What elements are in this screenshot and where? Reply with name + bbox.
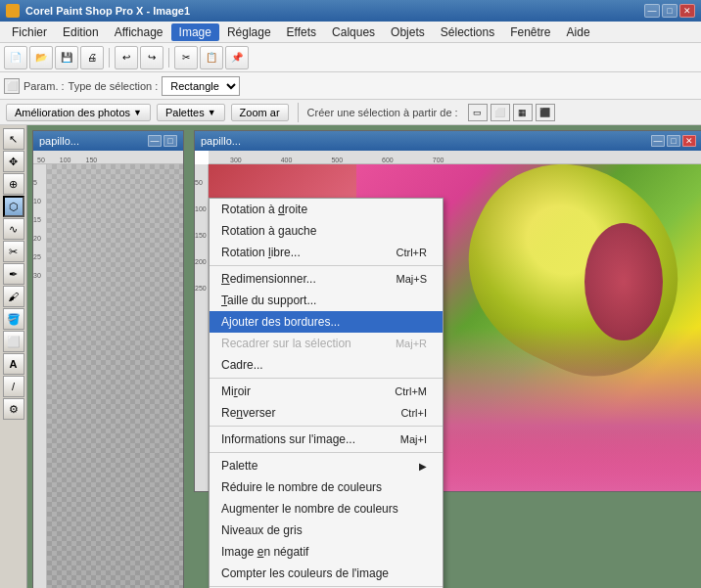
- tool-fill[interactable]: 🪣: [3, 308, 24, 330]
- photo-toolbar: Amélioration des photos ▼ Palettes ▼ Zoo…: [0, 100, 701, 125]
- tool-text[interactable]: A: [3, 353, 24, 375]
- inner-window-title: papillo... — □: [33, 131, 183, 151]
- butterfly-ruler-h: 300 400 500 600 700: [209, 151, 701, 164]
- maximize-button[interactable]: □: [662, 4, 678, 18]
- menu-affichage[interactable]: Affichage: [107, 23, 171, 41]
- tool-deform[interactable]: ✥: [3, 151, 24, 172]
- photo-sep: [298, 103, 299, 122]
- menu-effets[interactable]: Effets: [279, 23, 324, 41]
- image-dropdown-menu: Rotation à droite Rotation à gauche Rota…: [209, 198, 444, 588]
- cut-button[interactable]: ✂: [174, 46, 198, 69]
- menu-edition[interactable]: Edition: [55, 23, 107, 41]
- toolbar-separator-2: [168, 48, 169, 68]
- redimensionner-shortcut: Maj+S: [397, 273, 428, 285]
- menu-fichier[interactable]: Fichier: [4, 23, 55, 41]
- inner-minimize[interactable]: —: [148, 135, 162, 147]
- undo-button[interactable]: ↩: [115, 46, 138, 69]
- selection-type-combo[interactable]: Rectangle Ellipse Contour: [162, 76, 240, 96]
- menu-aide[interactable]: Aide: [559, 23, 598, 41]
- flower-center: [584, 223, 663, 340]
- recadrer-shortcut: Maj+R: [396, 338, 427, 349]
- tool-lasso[interactable]: ∿: [3, 218, 24, 240]
- menu-palette[interactable]: Palette ▶: [210, 455, 443, 476]
- tool-preset[interactable]: ⚙: [3, 398, 24, 420]
- menu-taille-support[interactable]: Taille du support...: [210, 290, 443, 311]
- palettes-label: Palettes: [165, 107, 205, 118]
- informations-shortcut: Maj+I: [400, 433, 427, 445]
- butterfly-close[interactable]: ✕: [682, 135, 696, 147]
- menu-negatif[interactable]: Image en négatif: [210, 541, 443, 563]
- amelioration-button[interactable]: Amélioration des photos ▼: [6, 104, 151, 121]
- open-button[interactable]: 📂: [29, 46, 53, 69]
- save-button[interactable]: 💾: [55, 46, 78, 69]
- menu-rotation-libre[interactable]: Rotation libre... Ctrl+R: [210, 242, 443, 263]
- title-bar: Corel Paint Shop Pro X - Image1 — □ ✕: [0, 0, 701, 22]
- sel-icon-3[interactable]: ▦: [513, 104, 533, 121]
- sel-icon-4[interactable]: ⬛: [536, 104, 555, 121]
- redo-button[interactable]: ↪: [140, 46, 164, 69]
- tool-pen[interactable]: ✒: [3, 263, 24, 285]
- left-toolbar: ↖ ✥ ⊕ ⬡ ∿ ✂ ✒ 🖌 🪣 ⬜ A / ⚙: [0, 125, 27, 588]
- canvas-area: papillo... — □ 50 100 150 5 10 15 20 25: [27, 125, 701, 588]
- menu-rotation-gauche[interactable]: Rotation à gauche: [210, 220, 443, 242]
- taille-support-label: Taille du support...: [221, 294, 316, 307]
- menu-objets[interactable]: Objets: [383, 23, 433, 41]
- main-toolbar: 📄 📂 💾 🖨 ↩ ↪ ✂ 📋 📌: [0, 43, 701, 72]
- palettes-chevron: ▼: [208, 108, 216, 117]
- selection-icon: ⬜: [4, 78, 20, 94]
- creer-selection-label: Créer une sélection à partir de :: [307, 107, 458, 118]
- close-button[interactable]: ✕: [679, 4, 695, 18]
- menu-niveaux-gris[interactable]: Niveaux de gris: [210, 520, 443, 541]
- menu-miroir[interactable]: Miroir Ctrl+M: [210, 381, 443, 402]
- new-button[interactable]: 📄: [4, 46, 27, 69]
- sep-2: [210, 378, 443, 379]
- recadrer-label: Recadrer sur la sélection: [221, 337, 351, 350]
- tool-eraser[interactable]: ⬜: [3, 331, 24, 352]
- sep-3: [210, 426, 443, 427]
- menu-recadrer: Recadrer sur la sélection Maj+R: [210, 333, 443, 354]
- menu-ajouter-bordures[interactable]: Ajouter des bordures...: [210, 311, 443, 333]
- menu-reglage[interactable]: Réglage: [219, 23, 279, 41]
- tool-line[interactable]: /: [3, 376, 24, 397]
- sel-icon-2[interactable]: ⬜: [491, 104, 510, 121]
- butterfly-minimize[interactable]: —: [651, 135, 665, 147]
- selection-type-label: Type de sélection :: [69, 80, 159, 92]
- menu-image[interactable]: Image: [171, 23, 219, 41]
- renverser-label: Renverser: [221, 406, 275, 420]
- redimensionner-label: Redimensionner...: [221, 272, 316, 286]
- inner-maximize[interactable]: □: [164, 135, 177, 147]
- niveaux-gris-label: Niveaux de gris: [221, 523, 303, 537]
- menu-calques[interactable]: Calques: [324, 23, 383, 41]
- tool-zoom[interactable]: ⊕: [3, 173, 24, 195]
- sel-icon-1[interactable]: ▭: [468, 104, 488, 121]
- menu-bar: Fichier Edition Affichage Image Réglage …: [0, 22, 701, 43]
- butterfly-maximize[interactable]: □: [667, 135, 680, 147]
- tool-arrow[interactable]: ↖: [3, 128, 24, 150]
- inner-ruler-horizontal: 50 100 150: [33, 151, 183, 164]
- menu-informations[interactable]: Informations sur l'image... Maj+I: [210, 429, 443, 450]
- window-controls: — □ ✕: [644, 4, 695, 18]
- menu-fenetre[interactable]: Fenêtre: [502, 23, 558, 41]
- palettes-button[interactable]: Palettes ▼: [157, 104, 225, 121]
- menu-compter-couleurs[interactable]: Compter les couleurs de l'image: [210, 563, 443, 584]
- menu-rotation-droite[interactable]: Rotation à droite: [210, 199, 443, 220]
- tool-crop[interactable]: ✂: [3, 241, 24, 262]
- paste-button[interactable]: 📌: [225, 46, 249, 69]
- inner-window-title-text: papillo...: [39, 135, 79, 147]
- menu-redimensionner[interactable]: Redimensionner... Maj+S: [210, 268, 443, 290]
- menu-cadre[interactable]: Cadre...: [210, 354, 443, 376]
- menu-renverser[interactable]: Renverser Ctrl+I: [210, 402, 443, 424]
- minimize-button[interactable]: —: [644, 4, 660, 18]
- copy-button[interactable]: 📋: [200, 46, 223, 69]
- print-button[interactable]: 🖨: [80, 46, 104, 69]
- menu-augmenter-couleurs[interactable]: Augmenter le nombre de couleurs: [210, 498, 443, 520]
- renverser-shortcut: Ctrl+I: [400, 407, 427, 419]
- augmenter-couleurs-label: Augmenter le nombre de couleurs: [221, 502, 398, 516]
- tool-selection[interactable]: ⬡: [3, 196, 24, 217]
- menu-reduire-couleurs[interactable]: Réduire le nombre de couleurs: [210, 476, 443, 498]
- butterfly-ruler-v: 50 100 150 200 250: [195, 164, 209, 491]
- butterfly-title: papillo... — □ ✕: [195, 131, 701, 151]
- tool-paint[interactable]: 🖌: [3, 286, 24, 307]
- zoom-button[interactable]: Zoom ar: [231, 104, 289, 121]
- menu-selections[interactable]: Sélections: [433, 23, 502, 41]
